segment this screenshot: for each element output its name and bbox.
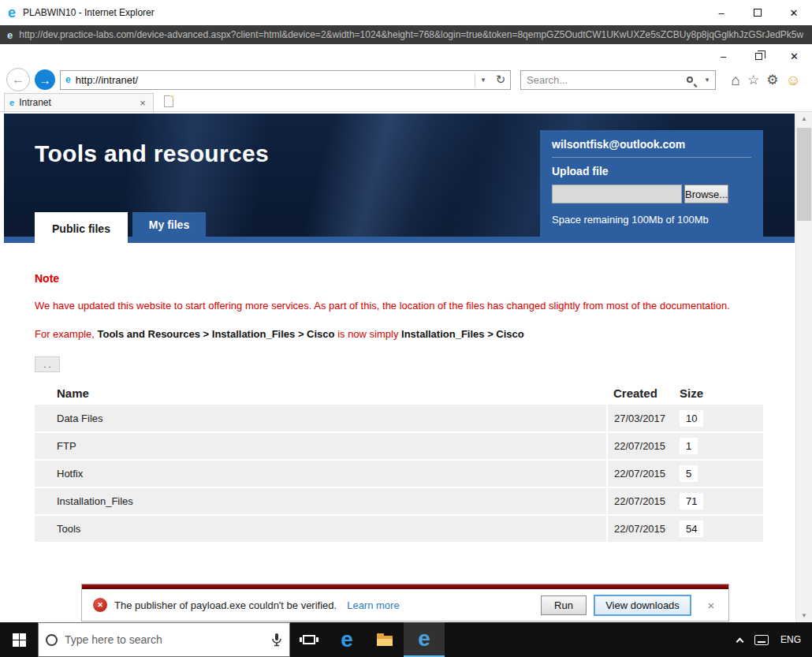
address-dropdown-button[interactable]: ▾ — [475, 71, 491, 89]
browser-viewport: Tools and resources wilsontfisk@outlook.… — [0, 112, 812, 622]
table-row[interactable]: FTP 22/07/2015 1 — [35, 432, 763, 460]
note-example-paragraph: For example, Tools and Resources > Insta… — [35, 328, 784, 340]
tray-chevron-up-icon[interactable] — [736, 637, 744, 645]
scrollbar-down-arrow[interactable]: ▼ — [796, 609, 812, 622]
folder-size-cell: 10 — [673, 405, 763, 432]
column-header-created: Created — [607, 381, 673, 405]
size-badge: 1 — [680, 438, 698, 454]
vertical-scrollbar[interactable]: ▲ ▼ — [795, 112, 812, 622]
file-explorer-icon — [377, 636, 393, 646]
forward-arrow-icon: → — [39, 73, 51, 87]
browser-toolbar-icons: ⌂ ☆ ⚙ ☺ — [732, 73, 806, 88]
folder-created: 22/07/2015 — [607, 515, 673, 543]
folder-name[interactable]: Data Files — [35, 405, 607, 432]
learn-more-link[interactable]: Learn more — [347, 599, 399, 611]
outer-page-icon: e — [7, 30, 13, 40]
inner-close-button[interactable]: ✕ — [777, 44, 812, 68]
folder-created: 22/07/2015 — [607, 460, 673, 487]
browse-button[interactable]: Browse... — [684, 185, 728, 203]
forward-button[interactable]: → — [35, 69, 55, 90]
address-page-icon: e — [65, 74, 71, 85]
feedback-smiley-icon[interactable]: ☺ — [786, 73, 801, 88]
inner-browser-window: – ✕ ← → e ▾ ↻ ▾ ⌂ ☆ ⚙ ☺ — [0, 44, 812, 622]
taskbar-edge-button[interactable]: e — [328, 622, 366, 657]
note-example-path-old: Tools and Resources > Installation_Files… — [97, 328, 334, 340]
tab-my-files[interactable]: My files — [132, 212, 206, 237]
folder-name[interactable]: FTP — [35, 432, 607, 460]
folder-size-cell: 54 — [673, 515, 763, 543]
size-badge: 71 — [680, 493, 703, 510]
internet-explorer-icon: e — [418, 628, 430, 650]
settings-gear-icon[interactable]: ⚙ — [766, 73, 778, 87]
address-input[interactable] — [76, 74, 475, 86]
taskbar-search-input[interactable] — [65, 633, 264, 646]
task-view-button[interactable] — [290, 622, 328, 657]
outer-window-controls: – ✕ — [703, 0, 812, 25]
scrollbar-up-arrow[interactable]: ▲ — [796, 112, 812, 125]
search-icon[interactable] — [687, 77, 693, 83]
taskbar-file-explorer-button[interactable] — [366, 622, 404, 657]
table-row[interactable]: Tools 22/07/2015 54 — [35, 515, 763, 543]
table-header-row: Name Created Size — [35, 381, 763, 405]
size-badge: 5 — [680, 465, 698, 482]
folder-name[interactable]: Installation_Files — [35, 487, 607, 515]
upload-file-row: Browse... — [552, 185, 719, 203]
start-button[interactable] — [0, 622, 38, 657]
refresh-button[interactable]: ↻ — [491, 71, 510, 89]
taskbar-internet-explorer-button[interactable]: e — [404, 622, 445, 657]
download-notification-bar: ✕ The publisher of payload.exe couldn't … — [81, 584, 729, 622]
scrollbar-thumb[interactable] — [797, 128, 811, 221]
tab-title: Intranet — [19, 97, 132, 108]
table-row[interactable]: Installation_Files 22/07/2015 71 — [35, 487, 763, 515]
outer-minimize-button[interactable]: – — [703, 0, 739, 25]
microphone-icon[interactable] — [271, 633, 282, 647]
run-button[interactable]: Run — [541, 595, 587, 615]
language-indicator[interactable]: ENG — [780, 634, 801, 645]
notification-content: ✕ The publisher of payload.exe couldn't … — [82, 589, 728, 621]
table-row[interactable]: Data Files 27/03/2017 10 — [35, 405, 763, 432]
address-bar[interactable]: e ▾ ↻ — [60, 70, 511, 90]
outer-close-button[interactable]: ✕ — [776, 0, 812, 25]
search-input[interactable] — [521, 74, 687, 86]
note-paragraph: We have updated this website to start of… — [35, 300, 784, 312]
tab-close-icon[interactable]: × — [137, 97, 148, 109]
parent-directory-button[interactable]: . . — [35, 356, 60, 372]
table-row[interactable]: Hotfix 22/07/2015 5 — [35, 460, 763, 487]
inner-minimize-button[interactable]: – — [706, 44, 741, 68]
folder-name[interactable]: Tools — [35, 515, 607, 543]
inner-restore-button[interactable] — [741, 44, 777, 68]
windows-taskbar: e e ENG — [0, 622, 812, 657]
search-box[interactable]: ▾ — [520, 70, 716, 90]
maximize-icon — [754, 9, 762, 17]
taskbar-search-box[interactable] — [38, 622, 290, 657]
folder-size-cell: 5 — [673, 460, 763, 487]
edge-icon: e — [341, 629, 353, 651]
search-dropdown-button[interactable]: ▾ — [699, 71, 715, 89]
files-table: Name Created Size Data Files 27/03/2017 … — [35, 381, 763, 543]
back-button[interactable]: ← — [6, 68, 30, 91]
tab-page-icon: e — [9, 98, 14, 107]
cortana-icon — [46, 634, 58, 646]
back-arrow-icon: ← — [12, 73, 24, 87]
new-tab-button[interactable] — [158, 91, 180, 111]
ie-logo-icon: e — [8, 6, 16, 20]
upload-file-input[interactable] — [552, 185, 682, 203]
upload-file-label: Upload file — [552, 165, 751, 177]
tab-intranet[interactable]: e Intranet × — [4, 93, 154, 111]
outer-address-bar[interactable]: e http://dev.practice-labs.com/device-ad… — [0, 25, 812, 44]
outer-maximize-button[interactable] — [739, 0, 776, 25]
account-email: wilsontfisk@outlook.com — [552, 138, 751, 158]
view-downloads-button[interactable]: View downloads — [594, 595, 691, 616]
inner-window-controls: – ✕ — [0, 44, 812, 68]
folder-name[interactable]: Hotfix — [35, 460, 607, 487]
tab-public-files[interactable]: Public files — [35, 212, 128, 245]
home-icon[interactable]: ⌂ — [732, 73, 740, 88]
note-example-red-1: For example, — [35, 328, 97, 340]
folder-size-cell: 1 — [673, 432, 763, 460]
touch-keyboard-icon[interactable] — [754, 635, 769, 645]
folder-size-cell: 71 — [673, 487, 763, 515]
notification-close-icon[interactable]: × — [705, 599, 717, 612]
note-example-red-2: is now simply — [335, 328, 402, 340]
favorites-star-icon[interactable]: ☆ — [747, 73, 759, 87]
security-shield-icon: ✕ — [93, 598, 107, 612]
